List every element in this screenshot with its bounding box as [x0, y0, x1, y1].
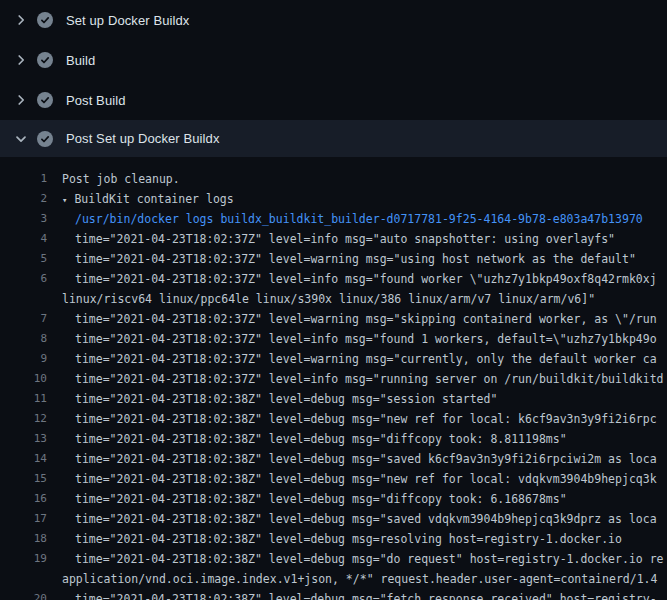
- log-line-number[interactable]: 19: [0, 549, 47, 569]
- step-header-post-build[interactable]: Post Build: [0, 80, 667, 120]
- log-line-number[interactable]: 8: [0, 329, 47, 349]
- check-circle-icon: [37, 52, 53, 68]
- check-circle-icon: [37, 12, 53, 28]
- log-text: time="2021-04-23T18:02:38Z" level=debug …: [75, 432, 567, 446]
- chevron-right-icon: [13, 12, 29, 28]
- step-title: Set up Docker Buildx: [66, 13, 189, 28]
- log-line-number[interactable]: 7: [0, 309, 47, 329]
- log-line: 18 ▾time="2021-04-23T18:02:38Z" level=de…: [0, 529, 667, 549]
- log-text: time="2021-04-23T18:02:38Z" level=debug …: [75, 412, 657, 426]
- step-title: Build: [66, 53, 95, 68]
- log-line-number[interactable]: 20: [0, 589, 47, 600]
- log-group-label[interactable]: BuildKit container logs: [74, 192, 233, 206]
- log-text: time="2021-04-23T18:02:38Z" level=debug …: [75, 512, 657, 526]
- log-text: time="2021-04-23T18:02:38Z" level=debug …: [75, 472, 657, 486]
- log-line-number[interactable]: 4: [0, 229, 47, 249]
- log-line-number[interactable]: 6: [0, 269, 47, 289]
- log-line-number[interactable]: 9: [0, 349, 47, 369]
- log-line: 17 ▾time="2021-04-23T18:02:38Z" level=de…: [0, 509, 667, 529]
- log-text: application/vnd.oci.image.index.v1+json,…: [62, 572, 657, 586]
- log-text: time="2021-04-23T18:02:37Z" level=info m…: [75, 272, 657, 286]
- log-line: 1 ▾Post job cleanup.: [0, 169, 667, 189]
- log-line: 20 ▾time="2021-04-23T18:02:38Z" level=de…: [0, 589, 667, 600]
- log-line-number[interactable]: 14: [0, 449, 47, 469]
- log-line: 3 ▾/usr/bin/docker logs buildx_buildkit_…: [0, 209, 667, 229]
- log-line: 7 ▾time="2021-04-23T18:02:37Z" level=war…: [0, 309, 667, 329]
- step-title: Post Build: [66, 93, 126, 108]
- check-circle-icon: [37, 92, 53, 108]
- log-line-number: [0, 289, 47, 309]
- log-line-number[interactable]: 10: [0, 369, 47, 389]
- step-header-build[interactable]: Build: [0, 40, 667, 80]
- log-line: 10 ▾time="2021-04-23T18:02:37Z" level=in…: [0, 369, 667, 389]
- log-text: time="2021-04-23T18:02:38Z" level=debug …: [75, 452, 657, 466]
- chevron-right-icon: [13, 52, 29, 68]
- log-text: time="2021-04-23T18:02:37Z" level=warnin…: [75, 312, 657, 326]
- log-text: time="2021-04-23T18:02:37Z" level=info m…: [75, 232, 615, 246]
- log-line: ▾linux/riscv64 linux/ppc64le linux/s390x…: [0, 289, 667, 309]
- log-line-number[interactable]: 12: [0, 409, 47, 429]
- log-line: 9 ▾time="2021-04-23T18:02:37Z" level=war…: [0, 349, 667, 369]
- log-text: time="2021-04-23T18:02:37Z" level=warnin…: [75, 352, 657, 366]
- log-line: 14 ▾time="2021-04-23T18:02:38Z" level=de…: [0, 449, 667, 469]
- triangle-down-icon: ▾: [62, 195, 67, 205]
- log-text: time="2021-04-23T18:02:38Z" level=debug …: [75, 552, 664, 566]
- log-line: 19 ▾time="2021-04-23T18:02:38Z" level=de…: [0, 549, 667, 569]
- log-line-number[interactable]: 2: [0, 189, 47, 209]
- log-text: time="2021-04-23T18:02:38Z" level=debug …: [75, 592, 657, 600]
- log-line: 2 ▾BuildKit container logs: [0, 189, 667, 209]
- log-line-number[interactable]: 5: [0, 249, 47, 269]
- log-line: 8 ▾time="2021-04-23T18:02:37Z" level=inf…: [0, 329, 667, 349]
- log-line: 6 ▾time="2021-04-23T18:02:37Z" level=inf…: [0, 269, 667, 289]
- steps-list: Set up Docker Buildx Build Post Build: [0, 0, 667, 157]
- chevron-right-icon: [13, 92, 29, 108]
- log-line: 13 ▾time="2021-04-23T18:02:38Z" level=de…: [0, 429, 667, 449]
- log-text: time="2021-04-23T18:02:38Z" level=debug …: [75, 492, 567, 506]
- log-line-number[interactable]: 15: [0, 469, 47, 489]
- log-command-text: /usr/bin/docker logs buildx_buildkit_bui…: [75, 212, 643, 226]
- log-text: time="2021-04-23T18:02:37Z" level=warnin…: [75, 252, 636, 266]
- log-line: 5 ▾time="2021-04-23T18:02:37Z" level=war…: [0, 249, 667, 269]
- check-circle-icon: [37, 131, 53, 147]
- log-text: time="2021-04-23T18:02:37Z" level=info m…: [75, 372, 664, 386]
- step-header-set-up-docker-buildx[interactable]: Set up Docker Buildx: [0, 0, 667, 40]
- log-line-number: [0, 569, 47, 589]
- log-line-number[interactable]: 3: [0, 209, 47, 229]
- log-text: time="2021-04-23T18:02:38Z" level=debug …: [75, 532, 622, 546]
- log-text: Post job cleanup.: [62, 172, 180, 186]
- log-text: linux/riscv64 linux/ppc64le linux/s390x …: [62, 292, 595, 306]
- log-line: 4 ▾time="2021-04-23T18:02:37Z" level=inf…: [0, 229, 667, 249]
- log-line: ▾application/vnd.oci.image.index.v1+json…: [0, 569, 667, 589]
- step-title: Post Set up Docker Buildx: [66, 131, 220, 146]
- log-line: 11 ▾time="2021-04-23T18:02:38Z" level=de…: [0, 389, 667, 409]
- log-text: time="2021-04-23T18:02:37Z" level=info m…: [75, 332, 657, 346]
- log-line: 12 ▾time="2021-04-23T18:02:38Z" level=de…: [0, 409, 667, 429]
- log-line-number[interactable]: 17: [0, 509, 47, 529]
- log-line-number[interactable]: 16: [0, 489, 47, 509]
- log-line-number[interactable]: 18: [0, 529, 47, 549]
- chevron-down-icon: [13, 131, 29, 147]
- log-viewer: 1 ▾Post job cleanup. 2 ▾BuildKit contain…: [0, 157, 667, 600]
- step-header-post-set-up-docker-buildx[interactable]: Post Set up Docker Buildx: [0, 120, 667, 157]
- log-text: time="2021-04-23T18:02:38Z" level=debug …: [75, 392, 497, 406]
- log-line: 16 ▾time="2021-04-23T18:02:38Z" level=de…: [0, 489, 667, 509]
- log-line-number[interactable]: 13: [0, 429, 47, 449]
- log-line-number[interactable]: 1: [0, 169, 47, 189]
- log-line: 15 ▾time="2021-04-23T18:02:38Z" level=de…: [0, 469, 667, 489]
- log-line-number[interactable]: 11: [0, 389, 47, 409]
